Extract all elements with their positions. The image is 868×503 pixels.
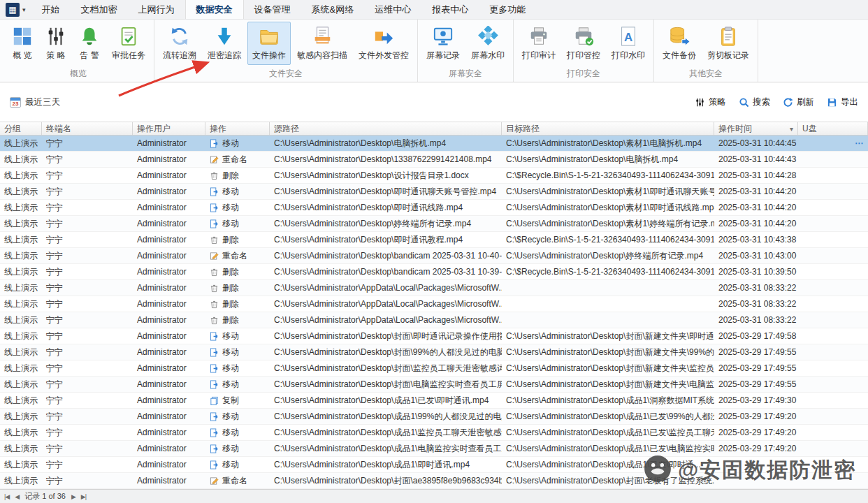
button-label: 屏幕水印: [471, 50, 505, 61]
table-row[interactable]: 线上演示 宁宁 Administrator 删除 C:\Users\Admini…: [0, 312, 868, 328]
screen-watermark-button[interactable]: 屏幕水印: [466, 22, 509, 65]
column-header-group[interactable]: 分组: [0, 122, 42, 135]
print-audit-button[interactable]: 打印审计: [517, 22, 560, 65]
file-outgoing-control-button[interactable]: 文件外发管控: [354, 22, 414, 65]
table-row[interactable]: 线上演示 宁宁 Administrator 移动 C:\Users\Admini…: [0, 136, 868, 152]
ribbon: 概 览 策 略 告 警: [0, 20, 868, 82]
cell-user: Administrator: [133, 377, 205, 392]
column-header-operation[interactable]: 操作: [205, 122, 270, 135]
ribbon-group-screen-security: 屏幕记录 屏幕水印 屏幕安全: [418, 20, 514, 82]
cell-user: Administrator: [133, 360, 205, 376]
table-row[interactable]: 线上演示 宁宁 Administrator 移动 C:\Users\Admini…: [0, 409, 868, 425]
leak-trace-button[interactable]: 泄密追踪: [203, 22, 246, 65]
column-header-terminal[interactable]: 终端名: [42, 122, 133, 135]
app-menu-button[interactable]: ▦ ▾: [0, 0, 31, 19]
operation-label: 重命名: [222, 250, 247, 262]
nav-prev-icon[interactable]: ◀: [15, 493, 19, 500]
move-icon: [210, 203, 219, 212]
table-row[interactable]: 线上演示 宁宁 Administrator 移动 C:\Users\Admini…: [0, 328, 868, 344]
file-backup-button[interactable]: 文件备份: [658, 22, 701, 65]
table-row[interactable]: 线上演示 宁宁 Administrator 移动 C:\Users\Admini…: [0, 457, 868, 473]
clipboard-record-button[interactable]: 剪切板记录: [702, 22, 754, 65]
table-row[interactable]: 线上演示 宁宁 Administrator 移动 C:\Users\Admini…: [0, 425, 868, 441]
flow-trace-button[interactable]: 流转追溯: [158, 22, 201, 65]
alerts-button[interactable]: 告 警: [73, 22, 106, 65]
nav-last-icon[interactable]: ▶|: [81, 493, 86, 500]
tab-ops-center[interactable]: 运维中心: [364, 0, 421, 19]
sensitive-scan-button[interactable]: 敏感内容扫描: [292, 22, 352, 65]
table-row[interactable]: 线上演示 宁宁 Administrator 复制 C:\Users\Admini…: [0, 393, 868, 409]
table-row[interactable]: 线上演示 宁宁 Administrator 移动 C:\Users\Admini…: [0, 441, 868, 457]
tab-doc-encrypt[interactable]: 文档加密: [71, 0, 128, 19]
column-header-target-path[interactable]: 目标路径: [502, 122, 714, 135]
print-watermark-button[interactable]: A 打印水印: [607, 22, 650, 65]
calendar-icon: 23: [10, 97, 21, 108]
table-row[interactable]: 线上演示 宁宁 Administrator 删除 C:\Users\Admini…: [0, 264, 868, 280]
print-control-button[interactable]: 打印管控: [562, 22, 605, 65]
table-row[interactable]: 线上演示 宁宁 Administrator 移动 C:\Users\Admini…: [0, 377, 868, 393]
cell-group: 线上演示: [0, 280, 42, 296]
cell-time: 2025-03-31 10:43:00: [714, 248, 798, 263]
move-icon: [210, 364, 219, 373]
nav-next-icon[interactable]: ▶: [71, 493, 75, 500]
approval-tasks-button[interactable]: 审批任务: [107, 22, 150, 65]
column-header-source-path[interactable]: 源路径: [270, 122, 502, 135]
search-button[interactable]: 搜索: [739, 96, 770, 108]
cell-operation: 重命名: [205, 473, 270, 488]
tab-device-mgmt[interactable]: 设备管理: [244, 0, 301, 19]
table-row[interactable]: 线上演示 宁宁 Administrator 移动 C:\Users\Admini…: [0, 200, 868, 216]
tab-report-center[interactable]: 报表中心: [421, 0, 479, 19]
column-header-user[interactable]: 操作用户: [133, 122, 205, 135]
export-button[interactable]: 导出: [827, 96, 858, 108]
cell-terminal: 宁宁: [42, 264, 133, 279]
mosaic-watermark-icon: [477, 25, 498, 48]
tab-start[interactable]: 开始: [31, 0, 71, 19]
cell-user: Administrator: [133, 280, 205, 296]
table-row[interactable]: 线上演示 宁宁 Administrator 重命名 C:\Users\Admin…: [0, 152, 868, 168]
table-row[interactable]: 线上演示 宁宁 Administrator 删除 C:\Users\Admini…: [0, 168, 868, 184]
table-row[interactable]: 线上演示 宁宁 Administrator 重命名 C:\Users\Admin…: [0, 248, 868, 264]
filter-actions: 策略 搜索 刷新 导出: [695, 96, 858, 108]
chevron-down-icon: ▾: [22, 6, 26, 13]
table-row[interactable]: 线上演示 宁宁 Administrator 删除 C:\Users\Admini…: [0, 296, 868, 312]
table-row[interactable]: 线上演示 宁宁 Administrator 删除 C:\Users\Admini…: [0, 232, 868, 248]
table-row[interactable]: 线上演示 宁宁 Administrator 重命名 C:\Users\Admin…: [0, 473, 868, 489]
row-more-icon[interactable]: ⋯: [855, 138, 864, 148]
cell-group: 线上演示: [0, 312, 42, 328]
column-header-usb[interactable]: U盘: [798, 122, 868, 135]
table-row[interactable]: 线上演示 宁宁 Administrator 移动 C:\Users\Admini…: [0, 344, 868, 360]
cell-group: 线上演示: [0, 377, 42, 392]
button-label: 打印审计: [522, 50, 556, 61]
file-operations-button[interactable]: 文件操作: [247, 22, 291, 65]
policy-button[interactable]: 策略: [695, 96, 726, 108]
nav-first-icon[interactable]: |◀: [4, 493, 9, 500]
screen-record-button[interactable]: 屏幕记录: [421, 22, 465, 65]
search-icon: [739, 97, 749, 108]
date-filter-button[interactable]: 23 最近三天: [10, 96, 60, 108]
operation-icon: [210, 203, 219, 212]
sort-indicator-icon[interactable]: ▾: [790, 125, 793, 133]
cell-source-path: C:\Users\Administrator\Desktop\电脑拆机.mp4: [270, 136, 502, 151]
overview-button[interactable]: 概 览: [6, 22, 38, 65]
operation-icon: [210, 412, 219, 421]
tab-more-features[interactable]: 更多功能: [479, 0, 536, 19]
tab-data-security[interactable]: 数据安全: [185, 0, 244, 19]
table-row[interactable]: 线上演示 宁宁 Administrator 删除 C:\Users\Admini…: [0, 280, 868, 296]
cell-time: 2025-03-29 17:49:58: [714, 328, 798, 344]
cell-usb: ⋯: [798, 264, 868, 279]
tab-web-behavior[interactable]: 上网行为: [128, 0, 185, 19]
trash-icon: [210, 235, 219, 245]
operation-label: 移动: [222, 186, 239, 198]
cell-operation: 移动: [205, 184, 270, 199]
refresh-button[interactable]: 刷新: [783, 96, 814, 108]
cell-usb: ⋯: [798, 312, 868, 328]
operation-icon: [210, 171, 219, 180]
column-header-time[interactable]: 操作时间▾: [714, 122, 798, 135]
table-row[interactable]: 线上演示 宁宁 Administrator 移动 C:\Users\Admini…: [0, 216, 868, 232]
table-row[interactable]: 线上演示 宁宁 Administrator 移动 C:\Users\Admini…: [0, 360, 868, 377]
tab-system-network[interactable]: 系统&网络: [301, 0, 365, 19]
policy-button-ribbon[interactable]: 策 略: [40, 22, 72, 65]
table-row[interactable]: 线上演示 宁宁 Administrator 移动 C:\Users\Admini…: [0, 184, 868, 200]
rename-icon: [210, 155, 219, 164]
cell-source-path: C:\Users\Administrator\Desktop\即时通讯教程.mp…: [270, 232, 502, 247]
